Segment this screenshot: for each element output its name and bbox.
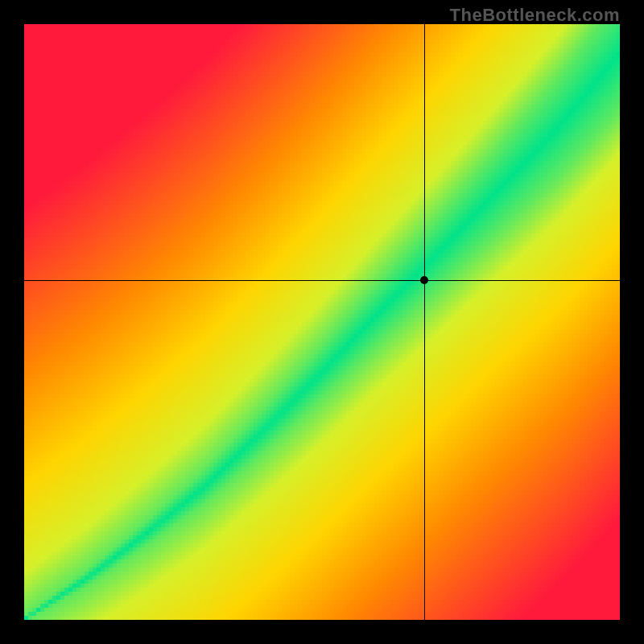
heatmap-canvas [24,24,620,620]
crosshair-vertical [424,24,425,620]
watermark-text: TheBottleneck.com [450,5,620,26]
plot-area [24,24,620,620]
chart-container: TheBottleneck.com [0,0,644,644]
crosshair-horizontal [24,280,620,281]
selected-point-marker [420,276,428,284]
